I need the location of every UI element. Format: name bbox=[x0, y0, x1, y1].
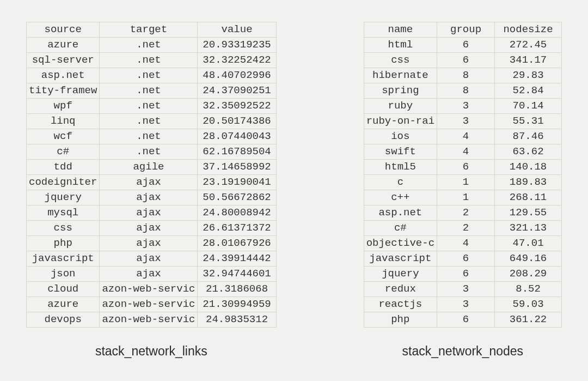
table-cell: azon-web-servic bbox=[100, 297, 198, 312]
table-cell: 129.55 bbox=[495, 205, 562, 221]
table-cell: html bbox=[364, 38, 437, 53]
table-cell: .net bbox=[100, 99, 198, 114]
table-cell: json bbox=[27, 267, 100, 282]
table-header-row: source target value bbox=[27, 22, 277, 38]
links-table-block: source target value azure.net20.93319235… bbox=[26, 22, 277, 359]
table-cell: 6 bbox=[437, 312, 495, 328]
table-row: c#2321.13 bbox=[364, 221, 561, 236]
table-row: tddagile37.14658992 bbox=[27, 160, 277, 175]
table-cell: 63.62 bbox=[495, 144, 562, 160]
table-cell: jquery bbox=[27, 190, 100, 205]
table-cell: ajax bbox=[100, 221, 198, 236]
table-cell: .net bbox=[100, 38, 198, 53]
table-cell: hibernate bbox=[364, 68, 437, 83]
table-header-row: name group nodesize bbox=[364, 22, 561, 38]
table-cell: 50.56672862 bbox=[198, 190, 276, 205]
table-row: spring852.84 bbox=[364, 83, 561, 99]
table-cell: wpf bbox=[27, 99, 100, 114]
table-cell: mysql bbox=[27, 205, 100, 221]
table-cell: 24.39914442 bbox=[198, 251, 276, 267]
table-cell: 32.35092522 bbox=[198, 99, 276, 114]
table-row: devopsazon-web-servic24.9835312 bbox=[27, 312, 277, 328]
table-cell: ajax bbox=[100, 190, 198, 205]
table-cell: 48.40702996 bbox=[198, 68, 276, 83]
table-cell: ajax bbox=[100, 267, 198, 282]
table-cell: redux bbox=[364, 282, 437, 297]
table-cell: wcf bbox=[27, 129, 100, 144]
table-cell: 62.16789504 bbox=[198, 144, 276, 160]
table-cell: 70.14 bbox=[495, 99, 562, 114]
table-row: asp.net2129.55 bbox=[364, 205, 561, 221]
table-cell: .net bbox=[100, 129, 198, 144]
table-cell: spring bbox=[364, 83, 437, 99]
links-table-body: azure.net20.93319235sql-server.net32.322… bbox=[27, 38, 277, 328]
table-row: ios487.46 bbox=[364, 129, 561, 144]
table-row: javascriptajax24.39914442 bbox=[27, 251, 277, 267]
table-row: mysqlajax24.80008942 bbox=[27, 205, 277, 221]
table-cell: 8.52 bbox=[495, 282, 562, 297]
table-cell: 32.94744601 bbox=[198, 267, 276, 282]
table-cell: .net bbox=[100, 144, 198, 160]
table-cell: agile bbox=[100, 160, 198, 175]
table-row: cssajax26.61371372 bbox=[27, 221, 277, 236]
table-row: azure.net20.93319235 bbox=[27, 38, 277, 53]
table-cell: 26.61371372 bbox=[198, 221, 276, 236]
table-cell: php bbox=[364, 312, 437, 328]
table-cell: 8 bbox=[437, 68, 495, 83]
nodes-table: name group nodesize html6272.45css6341.1… bbox=[364, 22, 562, 328]
table-cell: azon-web-servic bbox=[100, 312, 198, 328]
table-cell: 37.14658992 bbox=[198, 160, 276, 175]
table-cell: 6 bbox=[437, 251, 495, 267]
table-cell: jquery bbox=[364, 267, 437, 282]
table-row: cloudazon-web-servic21.3186068 bbox=[27, 282, 277, 297]
table-row: hibernate829.83 bbox=[364, 68, 561, 83]
table-cell: 4 bbox=[437, 236, 495, 251]
nodes-caption: stack_network_nodes bbox=[402, 344, 523, 359]
table-row: ruby-on-rai355.31 bbox=[364, 114, 561, 129]
table-cell: 361.22 bbox=[495, 312, 562, 328]
table-cell: asp.net bbox=[27, 68, 100, 83]
column-header-group: group bbox=[437, 22, 495, 38]
table-cell: azure bbox=[27, 38, 100, 53]
table-row: c#.net62.16789504 bbox=[27, 144, 277, 160]
table-cell: 55.31 bbox=[495, 114, 562, 129]
column-header-nodesize: nodesize bbox=[495, 22, 562, 38]
table-cell: .net bbox=[100, 68, 198, 83]
table-cell: .net bbox=[100, 53, 198, 68]
table-cell: 21.30994959 bbox=[198, 297, 276, 312]
table-cell: cloud bbox=[27, 282, 100, 297]
table-row: wcf.net28.07440043 bbox=[27, 129, 277, 144]
table-cell: 3 bbox=[437, 297, 495, 312]
table-cell: tity-framew bbox=[27, 83, 100, 99]
table-cell: 6 bbox=[437, 267, 495, 282]
table-row: tity-framew.net24.37090251 bbox=[27, 83, 277, 99]
table-cell: 3 bbox=[437, 99, 495, 114]
tables-container: source target value azure.net20.93319235… bbox=[0, 0, 588, 370]
table-row: html56140.18 bbox=[364, 160, 561, 175]
table-row: asp.net.net48.40702996 bbox=[27, 68, 277, 83]
column-header-source: source bbox=[27, 22, 100, 38]
table-cell: ruby-on-rai bbox=[364, 114, 437, 129]
table-cell: 8 bbox=[437, 83, 495, 99]
table-cell: 23.19190041 bbox=[198, 175, 276, 190]
table-row: c1189.83 bbox=[364, 175, 561, 190]
table-cell: 4 bbox=[437, 129, 495, 144]
table-cell: objective-c bbox=[364, 236, 437, 251]
table-cell: 24.9835312 bbox=[198, 312, 276, 328]
table-cell: 2 bbox=[437, 221, 495, 236]
table-cell: ajax bbox=[100, 205, 198, 221]
table-cell: javascript bbox=[27, 251, 100, 267]
table-cell: tdd bbox=[27, 160, 100, 175]
table-row: sql-server.net32.32252422 bbox=[27, 53, 277, 68]
table-row: css6341.17 bbox=[364, 53, 561, 68]
table-cell: 21.3186068 bbox=[198, 282, 276, 297]
table-cell: 24.80008942 bbox=[198, 205, 276, 221]
table-cell: 29.83 bbox=[495, 68, 562, 83]
table-row: azureazon-web-servic21.30994959 bbox=[27, 297, 277, 312]
table-cell: 268.11 bbox=[495, 190, 562, 205]
table-cell: javascript bbox=[364, 251, 437, 267]
table-row: reactjs359.03 bbox=[364, 297, 561, 312]
table-cell: 20.50174386 bbox=[198, 114, 276, 129]
table-cell: 6 bbox=[437, 160, 495, 175]
table-cell: 6 bbox=[437, 53, 495, 68]
